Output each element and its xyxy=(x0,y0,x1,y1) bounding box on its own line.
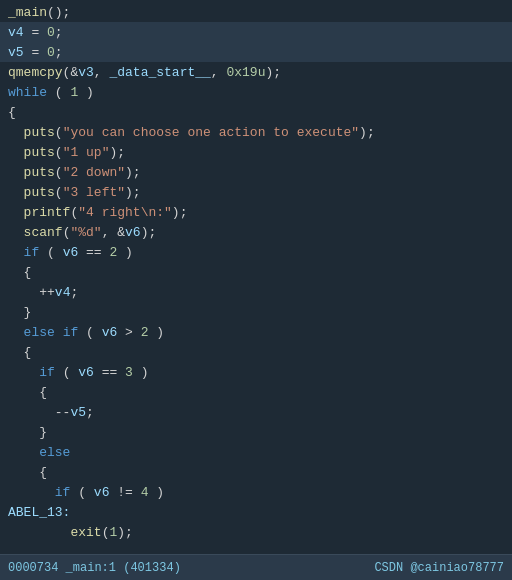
code-token xyxy=(8,385,39,400)
code-token: ); xyxy=(125,165,141,180)
code-token xyxy=(8,165,24,180)
code-token: ) xyxy=(78,85,94,100)
code-line: { xyxy=(0,102,512,122)
code-token: ) xyxy=(148,325,164,340)
code-token: ( xyxy=(55,125,63,140)
code-token: v6 xyxy=(63,245,79,260)
code-token xyxy=(8,325,24,340)
code-token: v6 xyxy=(78,365,94,380)
code-line: else xyxy=(0,442,512,462)
code-token: v6 xyxy=(125,225,141,240)
code-token: 2 xyxy=(141,325,149,340)
code-token: v4 xyxy=(8,25,24,40)
status-right: CSDN @cainiao78777 xyxy=(374,561,504,575)
code-token xyxy=(8,265,24,280)
code-token: puts xyxy=(24,185,55,200)
code-token: v5 xyxy=(8,45,24,60)
code-token: ( xyxy=(78,325,101,340)
code-token: else xyxy=(24,325,55,340)
code-token: _data_start__ xyxy=(109,65,210,80)
code-token: (& xyxy=(63,65,79,80)
code-token: while xyxy=(8,85,47,100)
code-token: ; xyxy=(55,45,63,60)
code-token: { xyxy=(39,465,47,480)
code-token: ; xyxy=(86,405,94,420)
code-token: printf xyxy=(24,205,71,220)
code-token: ( xyxy=(102,525,110,540)
code-token xyxy=(8,405,55,420)
code-token xyxy=(55,325,63,340)
code-token: v5 xyxy=(70,405,86,420)
code-token: , & xyxy=(102,225,125,240)
code-token: "4 right\n:" xyxy=(78,205,172,220)
code-token xyxy=(8,185,24,200)
code-token: ); xyxy=(117,525,133,540)
code-token: ); xyxy=(265,65,281,80)
code-token: v6 xyxy=(102,325,118,340)
code-token: if xyxy=(24,245,40,260)
code-line: { xyxy=(0,462,512,482)
code-token xyxy=(8,125,24,140)
code-token: scanf xyxy=(24,225,63,240)
code-line: } xyxy=(0,302,512,322)
code-token: 0 xyxy=(47,45,55,60)
code-token: 2 xyxy=(109,245,117,260)
code-line: _main(); xyxy=(0,2,512,22)
code-token: "you can choose one action to execute" xyxy=(63,125,359,140)
code-token: 0 xyxy=(47,25,55,40)
code-token: } xyxy=(39,425,47,440)
code-token: if xyxy=(39,365,55,380)
code-token: exit xyxy=(70,525,101,540)
code-token: ( xyxy=(39,245,62,260)
code-token: ++ xyxy=(39,285,55,300)
code-token xyxy=(8,145,24,160)
code-token: "3 left" xyxy=(63,185,125,200)
code-line: ABEL_13: xyxy=(0,502,512,522)
status-bar: 0000734 _main:1 (401334) CSDN @cainiao78… xyxy=(0,554,512,580)
code-line: exit(1); xyxy=(0,522,512,542)
code-token: 1 xyxy=(109,525,117,540)
code-token: v6 xyxy=(94,485,110,500)
code-line: if ( v6 == 2 ) xyxy=(0,242,512,262)
code-token: ( xyxy=(47,85,70,100)
code-token xyxy=(8,205,24,220)
code-token: { xyxy=(24,265,32,280)
code-token: == xyxy=(78,245,109,260)
code-token xyxy=(8,365,39,380)
code-token: if xyxy=(55,485,71,500)
code-token xyxy=(8,465,39,480)
code-token: { xyxy=(8,105,16,120)
code-token: ); xyxy=(125,185,141,200)
code-token: 1 xyxy=(70,85,78,100)
code-token: ); xyxy=(359,125,375,140)
code-token: } xyxy=(24,305,32,320)
code-token: "1 up" xyxy=(63,145,110,160)
code-token: { xyxy=(39,385,47,400)
code-token: ( xyxy=(55,185,63,200)
code-token xyxy=(8,485,55,500)
code-line: --v5; xyxy=(0,402,512,422)
code-line: { xyxy=(0,342,512,362)
status-left: 0000734 _main:1 (401334) xyxy=(8,561,181,575)
code-token: ) xyxy=(133,365,149,380)
code-token: > xyxy=(117,325,140,340)
code-editor: _main();v4 = 0;v5 = 0;qmemcpy(&v3, _data… xyxy=(0,0,512,554)
code-line: puts("3 left"); xyxy=(0,182,512,202)
code-token: ( xyxy=(70,205,78,220)
code-line: } xyxy=(0,422,512,442)
code-token: ( xyxy=(55,365,78,380)
code-token: ( xyxy=(55,165,63,180)
code-line: if ( v6 != 4 ) xyxy=(0,482,512,502)
code-line: printf("4 right\n:"); xyxy=(0,202,512,222)
code-token: 3 xyxy=(125,365,133,380)
code-token xyxy=(8,285,39,300)
code-line: ++v4; xyxy=(0,282,512,302)
code-token: , xyxy=(94,65,110,80)
code-token: qmemcpy xyxy=(8,65,63,80)
code-token: ); xyxy=(172,205,188,220)
code-token: else xyxy=(39,445,70,460)
code-token: "2 down" xyxy=(63,165,125,180)
code-token xyxy=(8,225,24,240)
code-token: 4 xyxy=(141,485,149,500)
code-line: puts("1 up"); xyxy=(0,142,512,162)
